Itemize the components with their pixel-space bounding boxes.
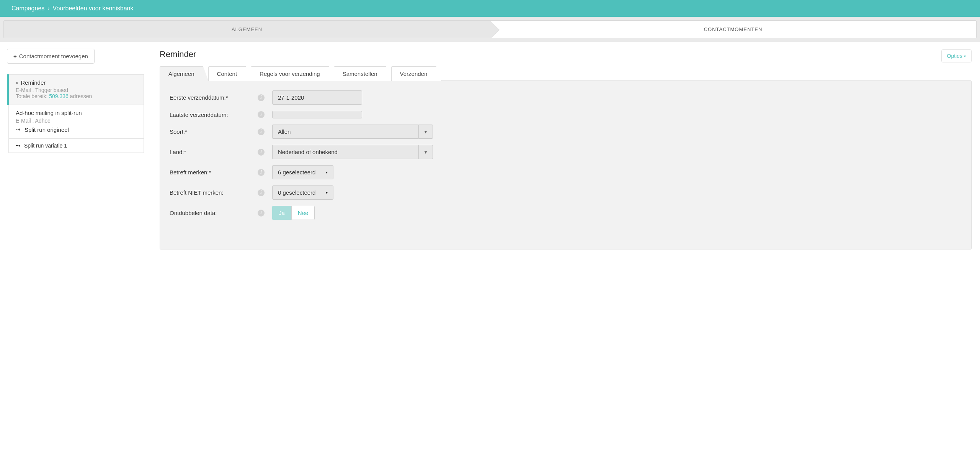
sidebar-item-reminder[interactable]: » Reminder E-Mail , Trigger based Totale… [8,74,144,105]
caret-down-icon: ▾ [964,54,966,58]
tab-verzenden[interactable]: Verzenden [391,66,442,81]
info-icon[interactable]: i [258,111,265,118]
select-soort[interactable]: Allen ▼ [272,125,433,139]
split-run-variation-label: Split run variatie 1 [24,143,67,149]
select-soort-value: Allen [272,125,418,139]
triangle-down-icon: ▾ [326,190,328,195]
breadcrumb-bar: Campagnes › Voorbeelden voor kennisbank [0,0,980,17]
input-last-send[interactable] [272,111,362,118]
add-contactmoment-label: Contactmoment toevoegen [19,53,88,59]
row-ontdubbelen: Ontdubbelen data: i Ja Nee [170,206,962,220]
sidebar-item-title: Ad-hoc mailing in split-run [16,110,82,116]
triangle-down-icon: ▾ [326,170,328,174]
contactmoment-list: » Reminder E-Mail , Trigger based Totale… [7,74,144,153]
label-land: Land:* [170,149,258,155]
body: + Contactmoment toevoegen » Reminder E-M… [0,42,980,257]
sidebar-item-meta: E-Mail , Trigger based [16,87,137,93]
options-dropdown[interactable]: Opties ▾ [941,49,972,62]
sidebar-item-meta: E-Mail , Adhoc [16,118,137,124]
toggle-ja[interactable]: Ja [272,206,291,220]
breadcrumb-current: Voorbeelden voor kennisbank [53,5,134,12]
label-soort: Soort:* [170,128,258,135]
reach-suffix: adressen [69,93,92,99]
chevron-down-icon: ▼ [418,145,433,159]
multiselect-merken[interactable]: 6 geselecteerd ▾ [272,165,333,179]
breadcrumb-root[interactable]: Campagnes [11,5,44,12]
label-niet-merken: Betreft NIET merken: [170,189,258,196]
row-first-send: Eerste verzenddatum:* i 27-1-2020 [170,90,962,105]
row-land: Land:* i Nederland of onbekend ▼ [170,145,962,159]
info-icon[interactable]: i [258,94,265,101]
toggle-nee[interactable]: Nee [291,206,315,220]
add-contactmoment-button[interactable]: + Contactmoment toevoegen [7,49,95,64]
select-land[interactable]: Nederland of onbekend ▼ [272,145,433,159]
label-merken: Betreft merken:* [170,169,258,176]
chevron-down-icon: ▼ [418,125,433,139]
multiselect-merken-value: 6 geselecteerd [278,169,315,176]
sidebar-item-title: Reminder [21,79,46,86]
input-first-send[interactable]: 27-1-2020 [272,90,362,105]
info-icon[interactable]: i [258,149,265,156]
sidebar-item-reach: Totale bereik: 509.336 adressen [16,93,137,99]
tab-samenstellen[interactable]: Samenstellen [334,66,392,81]
row-last-send: Laatste verzenddatum: i [170,111,962,118]
wizard-step-algemeen[interactable]: ALGEMEEN [4,21,490,38]
main-panel: Reminder Opties ▾ Algemeen Content Regel… [151,42,980,257]
multiselect-niet-merken-value: 0 geselecteerd [278,189,315,196]
row-merken: Betreft merken:* i 6 geselecteerd ▾ [170,165,962,179]
row-niet-merken: Betreft NIET merken: i 0 geselecteerd ▾ [170,185,962,200]
multiselect-niet-merken[interactable]: 0 geselecteerd ▾ [272,185,333,200]
row-soort: Soort:* i Allen ▼ [170,125,962,139]
reach-label: Totale bereik: [16,93,49,99]
wizard-tabs-container: ALGEMEEN CONTACTMOMENTEN [0,17,980,42]
sidebar-item-adhoc[interactable]: Ad-hoc mailing in split-run E-Mail , Adh… [8,105,144,139]
label-first-send: Eerste verzenddatum:* [170,94,258,101]
form-panel: Eerste verzenddatum:* i 27-1-2020 Laatst… [160,80,972,249]
wizard-tabs: ALGEMEEN CONTACTMOMENTEN [3,20,977,38]
info-icon[interactable]: i [258,128,265,135]
page-title: Reminder [160,49,196,59]
split-run-origineel: Split run origineel [24,126,69,133]
options-label: Opties [947,53,962,59]
toggle-ontdubbelen: Ja Nee [272,206,315,220]
info-icon[interactable]: i [258,189,265,196]
label-ontdubbelen: Ontdubbelen data: [170,210,258,216]
tab-content[interactable]: Content [208,66,252,81]
plus-icon: + [13,53,17,59]
double-chevron-icon: » [16,80,18,85]
tab-algemeen[interactable]: Algemeen [160,66,209,81]
label-last-send: Laatste verzenddatum: [170,112,258,118]
sidebar-item-split-variation[interactable]: ⤳ Split run variatie 1 [8,139,144,153]
wizard-step-contactmomenten[interactable]: CONTACTMOMENTEN [490,21,976,38]
fork-icon: ⤳ [16,126,21,133]
sidebar: + Contactmoment toevoegen » Reminder E-M… [0,42,151,257]
detail-tabs: Algemeen Content Regels voor verzending … [160,66,972,81]
reach-number: 509.336 [49,93,69,99]
tab-regels[interactable]: Regels voor verzending [251,66,334,81]
fork-icon: ⤳ [16,143,20,149]
chevron-right-icon: › [47,5,49,12]
select-land-value: Nederland of onbekend [272,145,418,159]
info-icon[interactable]: i [258,210,265,217]
main-header: Reminder Opties ▾ [160,49,972,62]
info-icon[interactable]: i [258,169,265,176]
